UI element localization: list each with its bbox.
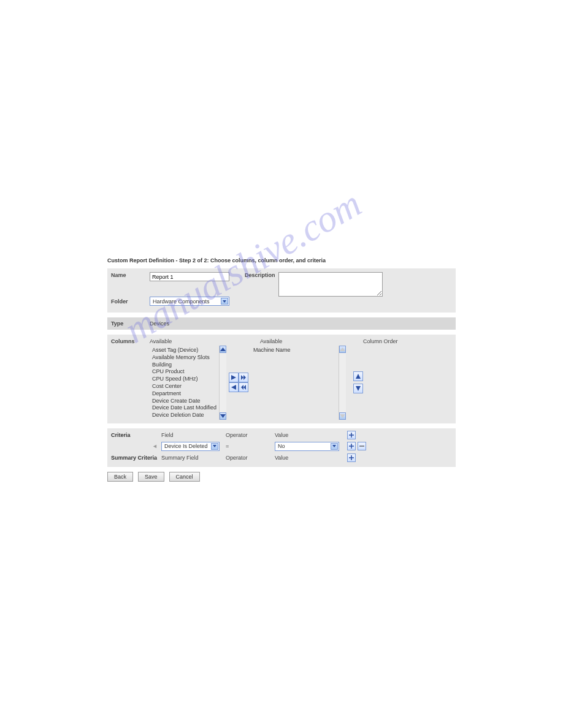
scrollbar[interactable] xyxy=(339,346,346,420)
svg-marker-8 xyxy=(243,385,246,390)
scroll-down-icon[interactable] xyxy=(339,412,346,420)
list-item[interactable]: Device Date Last Modified xyxy=(152,404,216,411)
name-input[interactable] xyxy=(150,272,229,281)
columns-section: Columns Available Available Column Order… xyxy=(107,335,456,423)
folder-select-value: Hardware Components xyxy=(153,298,210,305)
page-title: Custom Report Definition - Step 2 of 2: … xyxy=(107,257,456,264)
svg-marker-0 xyxy=(223,300,226,303)
type-value: Devices xyxy=(150,320,169,327)
folder-label: Folder xyxy=(111,298,128,305)
available-listbox[interactable]: Asset Tag (Device) Available Memory Slot… xyxy=(150,346,226,420)
criteria-operator-header: Operator xyxy=(226,432,275,438)
summary-criteria-label: Summary Criteria xyxy=(111,455,161,461)
summary-field-header: Summary Field xyxy=(161,455,226,461)
save-button[interactable]: Save xyxy=(138,472,164,482)
type-section: Type Devices xyxy=(107,317,456,330)
list-item[interactable]: Device Deletion Date xyxy=(152,412,216,419)
list-item[interactable]: Device Create Date xyxy=(152,398,216,404)
criteria-value-header: Value xyxy=(275,432,345,438)
move-all-left-button[interactable] xyxy=(239,382,248,392)
description-label: Description xyxy=(245,272,275,278)
name-folder-section: Name Description Folder Hardware Compone… xyxy=(107,268,456,313)
scrollbar[interactable] xyxy=(219,346,226,420)
svg-marker-7 xyxy=(241,385,243,390)
criteria-value-text: No xyxy=(278,443,285,449)
remove-criteria-row-button[interactable] xyxy=(358,442,366,450)
criteria-field-value: Device Is Deleted xyxy=(164,443,208,449)
summary-value-header: Value xyxy=(275,455,345,461)
svg-marker-10 xyxy=(340,414,345,418)
criteria-field-select[interactable]: Device Is Deleted xyxy=(161,442,220,451)
name-label: Name xyxy=(111,272,126,278)
selected-listbox[interactable]: Machine Name xyxy=(251,346,346,420)
criteria-operator-value: = xyxy=(226,443,275,449)
add-criteria-row-button[interactable] xyxy=(347,442,356,450)
svg-marker-2 xyxy=(220,414,226,418)
move-all-right-button[interactable] xyxy=(239,373,248,382)
criteria-section: Criteria Field Operator Value ◄ Device I… xyxy=(107,428,456,467)
column-order-header: Column Order xyxy=(363,338,398,344)
criteria-field-header: Field xyxy=(161,432,226,438)
button-bar: Back Save Cancel xyxy=(107,472,456,482)
scroll-up-icon[interactable] xyxy=(339,346,346,353)
svg-marker-1 xyxy=(220,347,226,351)
criteria-expand-icon[interactable]: ◄ xyxy=(111,443,161,449)
svg-marker-16 xyxy=(332,445,336,447)
svg-marker-12 xyxy=(356,386,361,391)
svg-marker-6 xyxy=(231,385,236,390)
svg-marker-9 xyxy=(340,347,345,351)
add-criteria-button[interactable] xyxy=(347,431,356,439)
chevron-down-icon xyxy=(331,443,338,450)
cancel-button[interactable]: Cancel xyxy=(169,472,200,482)
list-item[interactable]: CPU Product xyxy=(152,368,216,375)
selected-header: Available xyxy=(260,338,363,344)
add-summary-criteria-button[interactable] xyxy=(347,453,356,462)
list-item[interactable]: CPU Speed (MHz) xyxy=(152,376,216,382)
summary-operator-header: Operator xyxy=(226,455,275,461)
svg-marker-11 xyxy=(356,374,361,379)
criteria-value-select[interactable]: No xyxy=(275,442,339,451)
chevron-down-icon xyxy=(221,298,228,305)
available-header: Available xyxy=(150,338,260,344)
svg-marker-15 xyxy=(213,445,216,447)
back-button[interactable]: Back xyxy=(107,472,133,482)
scroll-down-icon[interactable] xyxy=(220,412,226,420)
folder-select[interactable]: Hardware Components xyxy=(150,297,229,306)
list-item[interactable]: Asset Tag (Device) xyxy=(152,347,216,354)
move-down-button[interactable] xyxy=(353,384,363,393)
scroll-up-icon[interactable] xyxy=(220,346,226,353)
type-label: Type xyxy=(111,320,123,327)
list-item[interactable]: Building xyxy=(152,362,216,368)
move-left-button[interactable] xyxy=(229,382,239,392)
svg-marker-5 xyxy=(243,375,246,380)
chevron-down-icon xyxy=(211,443,218,450)
svg-marker-4 xyxy=(241,375,243,380)
columns-label: Columns xyxy=(111,338,150,344)
description-textarea[interactable] xyxy=(278,272,383,297)
move-right-button[interactable] xyxy=(229,373,239,382)
move-up-button[interactable] xyxy=(353,371,363,381)
svg-marker-3 xyxy=(231,375,236,380)
list-item[interactable]: Department xyxy=(152,390,216,397)
criteria-label: Criteria xyxy=(111,432,161,438)
list-item[interactable]: Machine Name xyxy=(253,347,336,354)
list-item[interactable]: Cost Center xyxy=(152,383,216,390)
list-item[interactable]: Available Memory Slots xyxy=(152,354,216,361)
